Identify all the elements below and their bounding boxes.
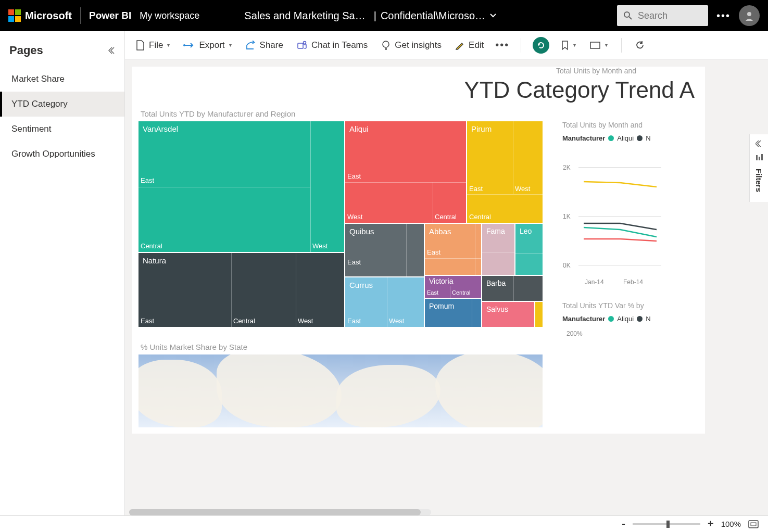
fit-to-page-icon[interactable]: [748, 520, 759, 528]
svg-rect-15: [751, 523, 756, 526]
svg-rect-11: [756, 155, 758, 160]
workspace-breadcrumb[interactable]: My workspace: [140, 10, 199, 21]
search-icon: [623, 11, 633, 20]
svg-rect-10: [590, 42, 600, 48]
page-item-ytd-category[interactable]: YTD Category: [0, 92, 124, 117]
zoom-in-button[interactable]: +: [708, 518, 714, 530]
page-item-market-share[interactable]: Market Share: [0, 67, 124, 92]
svg-point-2: [747, 12, 751, 16]
report-canvas-container: YTD Category Trend A Total Units YTD by …: [125, 59, 768, 515]
reset-button[interactable]: [533, 37, 549, 54]
chevron-down-icon: ▾: [167, 42, 170, 48]
svg-rect-5: [298, 43, 303, 48]
page-item-growth[interactable]: Growth Opportunities: [0, 142, 124, 167]
edit-button[interactable]: Edit: [453, 37, 486, 54]
pages-title: Pages: [9, 44, 43, 57]
share-button[interactable]: Share: [243, 37, 285, 54]
legend-label: Manufacturer: [562, 134, 605, 142]
page-item-sentiment[interactable]: Sentiment: [0, 117, 124, 142]
chevron-down-icon: ▾: [573, 42, 576, 48]
svg-point-7: [383, 41, 389, 47]
more-options-icon[interactable]: •••: [716, 10, 731, 22]
product-name[interactable]: Power BI: [89, 10, 131, 21]
bar-y-tick: 200%: [562, 326, 677, 337]
user-avatar[interactable]: [739, 5, 760, 26]
legend-dot-other: [637, 316, 643, 322]
microsoft-logo: Microsoft: [8, 9, 72, 22]
refresh-button[interactable]: [633, 37, 647, 53]
filters-label: Filters: [754, 169, 763, 192]
dashboard-title: YTD Category Trend A: [139, 77, 699, 103]
view-menu[interactable]: ▾: [587, 38, 610, 53]
header-divider: [80, 7, 81, 24]
legend-dot-aliqui: [608, 316, 614, 322]
svg-point-0: [624, 12, 629, 17]
chevron-down-icon[interactable]: [489, 12, 497, 19]
collapse-pages-icon[interactable]: [107, 46, 115, 55]
app-header: Microsoft Power BI My workspace Sales an…: [0, 0, 768, 31]
chevron-down-icon: ▾: [229, 42, 232, 48]
line-chart-visual[interactable]: 2K 1K 0K Jan-14: [562, 145, 661, 286]
bar-chart-title: Total Units YTD Var % by: [562, 301, 677, 310]
brand-text: Microsoft: [25, 10, 72, 22]
svg-rect-12: [759, 157, 760, 160]
insights-button[interactable]: Get insights: [379, 37, 444, 54]
filters-icon: [756, 154, 763, 161]
zoom-value: 100%: [721, 520, 741, 528]
svg-line-1: [629, 17, 632, 19]
search-input[interactable]: [638, 10, 702, 21]
status-bar: - + 100%: [0, 515, 768, 532]
svg-rect-14: [749, 521, 758, 528]
expand-filters-icon[interactable]: [756, 140, 763, 147]
search-box[interactable]: [617, 5, 708, 26]
confidentiality-label[interactable]: Confidential\Microso…: [381, 10, 485, 22]
filters-pane-collapsed[interactable]: Filters: [749, 134, 768, 202]
svg-point-4: [183, 44, 185, 46]
legend-dot-aliqui: [608, 135, 614, 141]
pages-panel: Pages Market Share YTD Category Sentimen…: [0, 31, 125, 515]
svg-point-6: [303, 41, 306, 44]
svg-rect-13: [761, 154, 763, 160]
report-canvas: YTD Category Trend A Total Units YTD by …: [132, 67, 705, 434]
line-chart-title: Total Units by Month and: [562, 121, 677, 129]
treemap-visual[interactable]: VanArsdel East Central West Natura: [139, 121, 543, 327]
map-visual[interactable]: [139, 354, 543, 427]
zoom-slider[interactable]: [633, 523, 700, 525]
horizontal-scrollbar[interactable]: [129, 509, 431, 515]
treemap-title: Total Units YTD by Manufacturer and Regi…: [139, 103, 699, 121]
zoom-out-button[interactable]: -: [622, 518, 625, 530]
line-chart-title: Total Units by Month and: [556, 67, 660, 75]
title-separator: |: [374, 10, 376, 22]
legend-label: Manufacturer: [562, 315, 605, 323]
export-menu[interactable]: Export ▾: [181, 37, 233, 54]
ms-logo-icon: [8, 9, 21, 22]
bookmark-menu[interactable]: ▾: [559, 37, 578, 54]
teams-button[interactable]: Chat in Teams: [295, 37, 370, 54]
legend-dot-other: [637, 135, 643, 141]
toolbar-more-icon[interactable]: •••: [495, 39, 509, 51]
report-toolbar: File ▾ Export ▾ Share Chat in Teams Get …: [125, 31, 768, 59]
chevron-down-icon: ▾: [605, 42, 608, 48]
report-title[interactable]: Sales and Marketing Sa…: [244, 10, 365, 22]
file-menu[interactable]: File ▾: [133, 37, 172, 54]
